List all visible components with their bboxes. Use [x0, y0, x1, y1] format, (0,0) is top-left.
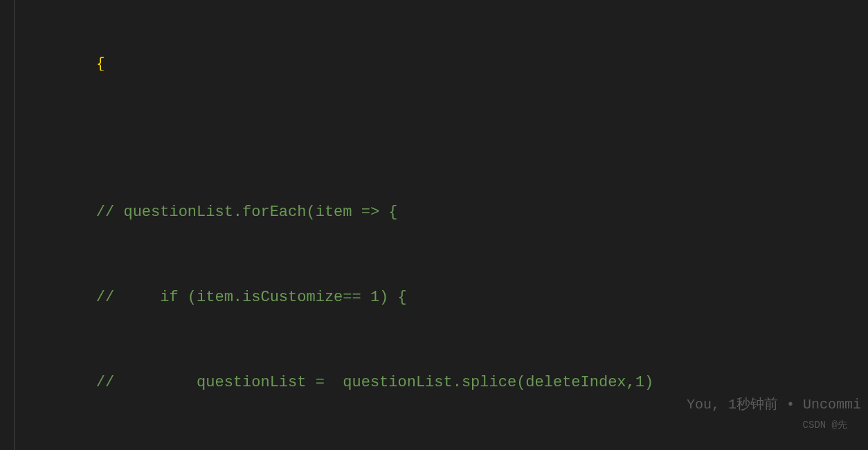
code-line[interactable] — [14, 127, 868, 141]
code-line[interactable]: // if (item.isCustomize== 1) { — [14, 283, 868, 312]
gutter — [0, 0, 14, 450]
code-area[interactable]: { // questionList.forEach(item => { // i… — [14, 0, 868, 450]
comment: // questionList = questionList.splice(de… — [96, 374, 653, 391]
code-editor[interactable]: { // questionList.forEach(item => { // i… — [0, 0, 868, 450]
watermark: CSDN @先 — [803, 411, 847, 440]
comment: // questionList.forEach(item => { — [96, 204, 398, 221]
code-line[interactable]: { — [14, 57, 868, 71]
comment: // if (item.isCustomize== 1) { — [96, 289, 407, 306]
code-line[interactable]: // questionList.forEach(item => { — [14, 198, 868, 226]
